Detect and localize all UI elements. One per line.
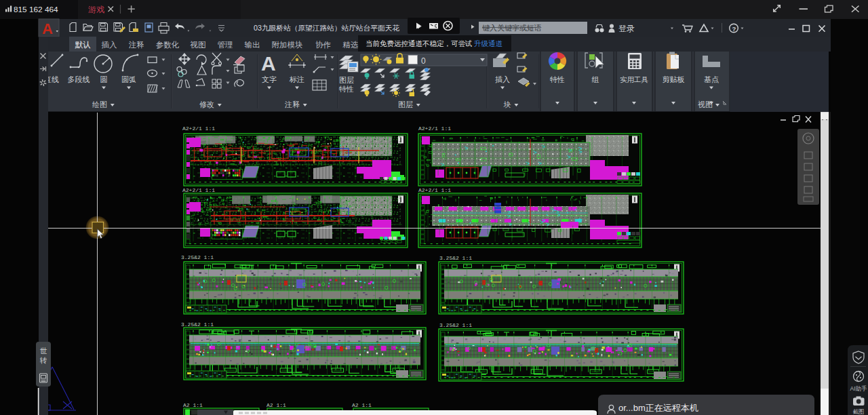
svg-text:修改: 修改 — [199, 100, 214, 108]
svg-text:?: ? — [732, 25, 736, 33]
svg-text:基点: 基点 — [704, 75, 719, 83]
svg-text:A2 1:1: A2 1:1 — [183, 402, 203, 408]
svg-text:文字: 文字 — [262, 75, 277, 83]
svg-text:视图: 视图 — [190, 41, 206, 49]
svg-text:815 162 464: 815 162 464 — [14, 5, 58, 14]
svg-text:圆弧: 圆弧 — [121, 75, 136, 83]
svg-text:注释: 注释 — [284, 100, 300, 108]
svg-text:登录: 登录 — [618, 24, 635, 33]
svg-text:管理: 管理 — [218, 41, 233, 49]
svg-text:圆: 圆 — [100, 75, 108, 83]
svg-text:0: 0 — [421, 56, 426, 66]
svg-text:A2 1:1: A2 1:1 — [352, 402, 372, 408]
svg-text:插入: 插入 — [495, 75, 510, 83]
svg-text:A: A — [42, 20, 53, 37]
svg-text:组: 组 — [592, 75, 599, 83]
svg-text:协作: 协作 — [315, 41, 331, 49]
svg-text:块: 块 — [504, 100, 511, 108]
svg-text:AI助手: AI助手 — [850, 385, 867, 392]
svg-text:转: 转 — [40, 356, 47, 364]
svg-text:03九眼桥站（原望江路站）站厅站台平面天花: 03九眼桥站（原望江路站）站厅站台平面天花 — [254, 24, 399, 32]
svg-text:升级通道: 升级通道 — [474, 39, 503, 47]
svg-text:绘图: 绘图 — [92, 100, 107, 108]
svg-text:A2 1:1: A2 1:1 — [267, 402, 286, 408]
svg-text:精选: 精选 — [342, 41, 359, 49]
svg-text:视图: 视图 — [698, 100, 713, 108]
svg-text:输出: 输出 — [245, 41, 260, 49]
svg-text:标注: 标注 — [289, 75, 304, 83]
svg-text:附加模块: 附加模块 — [272, 41, 303, 49]
svg-text:特性: 特性 — [338, 85, 354, 93]
svg-text:图层: 图层 — [339, 76, 354, 84]
svg-text:实用工具: 实用工具 — [620, 75, 649, 83]
svg-text:A: A — [261, 52, 276, 75]
svg-text:A2+2/1 1:1: A2+2/1 1:1 — [418, 187, 451, 193]
svg-text:3.25&2 1:1: 3.25&2 1:1 — [181, 254, 214, 260]
svg-text:图层: 图层 — [398, 100, 413, 108]
svg-text:特性: 特性 — [549, 75, 565, 83]
svg-text:剪贴板: 剪贴板 — [663, 75, 685, 83]
svg-text:3.25&2 1:1: 3.25&2 1:1 — [439, 322, 472, 328]
svg-text:A2+2/1 1:1: A2+2/1 1:1 — [182, 125, 215, 132]
svg-text:参数化: 参数化 — [156, 41, 180, 49]
svg-text:多段线: 多段线 — [68, 75, 90, 83]
svg-text:3.25&2 1:1: 3.25&2 1:1 — [181, 321, 214, 328]
svg-text:当前免费远控通道不稳定，可尝试: 当前免费远控通道不稳定，可尝试 — [366, 39, 473, 47]
svg-text:截图: 截图 — [853, 408, 865, 415]
svg-text:A2+2/1 1:1: A2+2/1 1:1 — [418, 125, 451, 132]
svg-text:注释: 注释 — [129, 41, 144, 49]
svg-text:A2+2/1 1:1: A2+2/1 1:1 — [182, 187, 215, 193]
svg-text:or...bm正在远程本机: or...bm正在远程本机 — [618, 403, 698, 413]
svg-text:世: 世 — [40, 347, 47, 355]
svg-text:插入: 插入 — [102, 41, 118, 49]
svg-text:默认: 默认 — [75, 41, 92, 49]
svg-text:游戏: 游戏 — [88, 5, 104, 14]
svg-text:3.25&2 1:1: 3.25&2 1:1 — [439, 255, 472, 261]
